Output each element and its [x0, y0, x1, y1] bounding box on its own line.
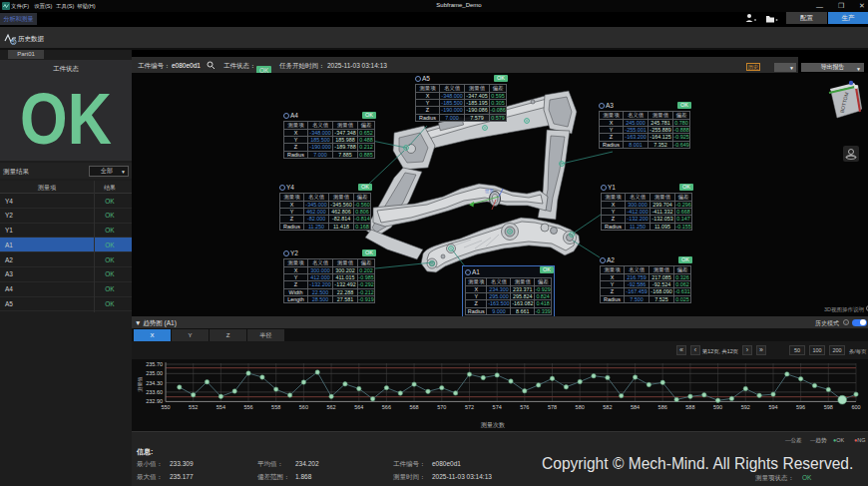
svg-text:600: 600: [851, 404, 860, 410]
svg-text:测量次数: 测量次数: [480, 421, 505, 428]
svg-text:世界: 世界: [485, 189, 495, 194]
svg-text:576: 576: [520, 404, 529, 410]
svg-text:552: 552: [189, 404, 198, 410]
svg-text:564: 564: [354, 404, 363, 410]
svg-text:测量值: 测量值: [137, 377, 144, 392]
svg-text:558: 558: [271, 404, 280, 410]
svg-text:598: 598: [824, 404, 833, 410]
svg-text:574: 574: [493, 404, 502, 410]
svg-text:594: 594: [768, 404, 777, 410]
svg-text:582: 582: [603, 404, 612, 410]
svg-text:570: 570: [437, 404, 446, 410]
svg-text:586: 586: [658, 404, 667, 410]
svg-text:572: 572: [465, 404, 474, 410]
svg-text:596: 596: [796, 404, 805, 410]
svg-text:568: 568: [410, 404, 419, 410]
svg-text:560: 560: [299, 404, 308, 410]
svg-text:235.00: 235.00: [146, 370, 163, 376]
svg-text:550: 550: [161, 404, 170, 410]
svg-text:592: 592: [741, 404, 750, 410]
svg-text:554: 554: [217, 404, 225, 410]
svg-text:584: 584: [631, 404, 640, 410]
svg-text:566: 566: [382, 404, 391, 410]
svg-text:556: 556: [243, 404, 252, 410]
svg-text:580: 580: [576, 404, 585, 410]
svg-text:578: 578: [548, 404, 557, 410]
svg-text:562: 562: [327, 404, 336, 410]
svg-text:233.60: 233.60: [146, 389, 163, 395]
svg-text:5: 5: [12, 39, 15, 45]
svg-text:590: 590: [713, 404, 722, 410]
svg-text:588: 588: [685, 404, 694, 410]
svg-text:235.70: 235.70: [146, 361, 163, 367]
svg-text:234.30: 234.30: [146, 380, 163, 386]
